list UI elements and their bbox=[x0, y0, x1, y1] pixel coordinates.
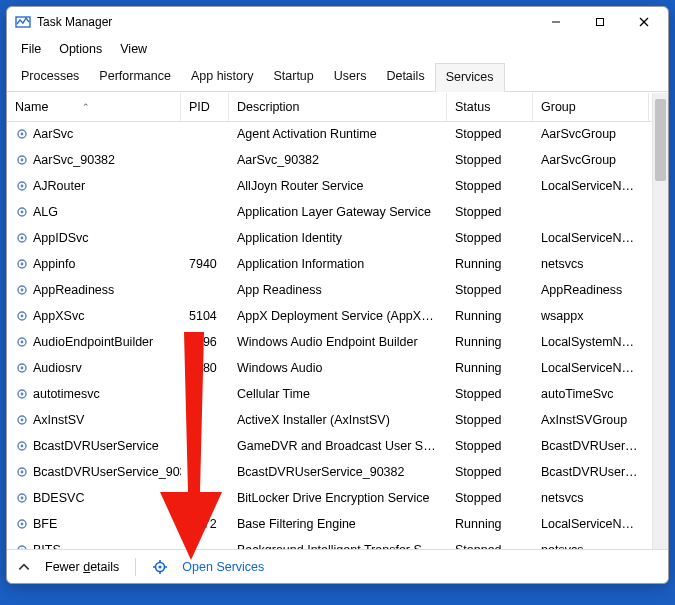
table-row[interactable]: AudioEndpointBuilder2796Windows Audio En… bbox=[7, 330, 652, 356]
table-row[interactable]: BITSBackground Intelligent Transfer Serv… bbox=[7, 538, 652, 549]
table-row[interactable]: autotimesvcCellular TimeStoppedautoTimeS… bbox=[7, 382, 652, 408]
table-row[interactable]: BDESVCBitLocker Drive Encryption Service… bbox=[7, 486, 652, 512]
table-row[interactable]: Audiosrv2580Windows AudioRunningLocalSer… bbox=[7, 356, 652, 382]
service-group: BcastDVRUserS… bbox=[533, 434, 649, 459]
gear-icon bbox=[15, 309, 29, 323]
maximize-button[interactable] bbox=[578, 8, 622, 36]
table-row[interactable]: AarSvc_90382AarSvc_90382StoppedAarSvcGro… bbox=[7, 148, 652, 174]
table-row[interactable]: AppXSvc5104AppX Deployment Service (AppX… bbox=[7, 304, 652, 330]
tab-users[interactable]: Users bbox=[324, 63, 377, 91]
service-group: autoTimeSvc bbox=[533, 382, 649, 407]
table-row[interactable]: BcastDVRUserServiceGameDVR and Broadcast… bbox=[7, 434, 652, 460]
col-header-description[interactable]: Description bbox=[229, 93, 447, 121]
table-row[interactable]: AxInstSVActiveX Installer (AxInstSV)Stop… bbox=[7, 408, 652, 434]
col-header-name[interactable]: Name⌃ bbox=[7, 93, 181, 121]
service-desc: BcastDVRUserService_90382 bbox=[229, 460, 447, 485]
footer-separator bbox=[135, 558, 136, 576]
svg-point-22 bbox=[21, 341, 24, 344]
service-name: BcastDVRUserService_90382 bbox=[33, 465, 181, 479]
gear-icon bbox=[15, 231, 29, 245]
window-title: Task Manager bbox=[37, 15, 112, 29]
service-status: Running bbox=[447, 356, 533, 381]
scrollbar-thumb[interactable] bbox=[655, 99, 666, 181]
service-status: Stopped bbox=[447, 434, 533, 459]
gear-icon bbox=[15, 127, 29, 141]
table-row[interactable]: AppReadinessApp ReadinessStoppedAppReadi… bbox=[7, 278, 652, 304]
vertical-scrollbar[interactable] bbox=[652, 93, 668, 549]
service-desc: Background Intelligent Transfer Service bbox=[229, 538, 447, 549]
tab-processes[interactable]: Processes bbox=[11, 63, 89, 91]
menu-options[interactable]: Options bbox=[51, 39, 110, 59]
table-header: Name⌃ PID Description Status Group bbox=[7, 93, 652, 122]
service-status: Stopped bbox=[447, 382, 533, 407]
svg-point-12 bbox=[21, 211, 24, 214]
service-desc: AppX Deployment Service (AppXSVC) bbox=[229, 304, 447, 329]
col-header-status[interactable]: Status bbox=[447, 93, 533, 121]
gear-icon bbox=[15, 361, 29, 375]
service-pid bbox=[181, 382, 229, 407]
tab-details[interactable]: Details bbox=[376, 63, 434, 91]
service-pid bbox=[181, 226, 229, 251]
service-desc: Windows Audio bbox=[229, 356, 447, 381]
titlebar[interactable]: Task Manager bbox=[7, 7, 668, 37]
fewer-details-link[interactable]: Fewer details bbox=[45, 560, 119, 574]
svg-point-8 bbox=[21, 159, 24, 162]
service-desc: Windows Audio Endpoint Builder bbox=[229, 330, 447, 355]
table-row[interactable]: BFE3972Base Filtering EngineRunningLocal… bbox=[7, 512, 652, 538]
svg-point-34 bbox=[21, 497, 24, 500]
svg-point-24 bbox=[21, 367, 24, 370]
service-status: Stopped bbox=[447, 538, 533, 549]
service-pid bbox=[181, 148, 229, 173]
service-desc: Base Filtering Engine bbox=[229, 512, 447, 537]
service-group bbox=[533, 200, 649, 225]
sort-asc-icon: ⌃ bbox=[82, 102, 90, 112]
table-row[interactable]: ALGApplication Layer Gateway ServiceStop… bbox=[7, 200, 652, 226]
close-button[interactable] bbox=[622, 8, 666, 36]
svg-point-18 bbox=[21, 289, 24, 292]
menubar: File Options View bbox=[7, 37, 668, 63]
service-pid bbox=[181, 408, 229, 433]
gear-icon bbox=[15, 543, 29, 549]
col-header-group[interactable]: Group bbox=[533, 93, 649, 121]
service-name: AxInstSV bbox=[33, 413, 84, 427]
menu-view[interactable]: View bbox=[112, 39, 155, 59]
svg-point-10 bbox=[21, 185, 24, 188]
service-name: AppReadiness bbox=[33, 283, 114, 297]
service-pid bbox=[181, 486, 229, 511]
service-desc: AarSvc_90382 bbox=[229, 148, 447, 173]
minimize-button[interactable] bbox=[534, 8, 578, 36]
service-name: AarSvc bbox=[33, 127, 73, 141]
service-pid: 2580 bbox=[181, 356, 229, 381]
open-services-link[interactable]: Open Services bbox=[182, 560, 264, 574]
service-pid: 7940 bbox=[181, 252, 229, 277]
table-row[interactable]: AarSvcAgent Activation RuntimeStoppedAar… bbox=[7, 122, 652, 148]
service-pid: 3972 bbox=[181, 512, 229, 537]
service-desc: GameDVR and Broadcast User Service bbox=[229, 434, 447, 459]
task-manager-window: Task Manager File Options View Processes… bbox=[6, 6, 669, 584]
service-status: Stopped bbox=[447, 200, 533, 225]
service-name: BITS bbox=[33, 543, 61, 549]
tab-performance[interactable]: Performance bbox=[89, 63, 181, 91]
tab-startup[interactable]: Startup bbox=[263, 63, 323, 91]
gear-icon bbox=[15, 387, 29, 401]
gear-icon bbox=[15, 257, 29, 271]
tab-apphistory[interactable]: App history bbox=[181, 63, 264, 91]
table-row[interactable]: AJRouterAllJoyn Router ServiceStoppedLoc… bbox=[7, 174, 652, 200]
service-pid bbox=[181, 122, 229, 147]
service-name: ALG bbox=[33, 205, 58, 219]
service-pid bbox=[181, 278, 229, 303]
tab-services[interactable]: Services bbox=[435, 63, 505, 92]
service-group: LocalServiceNet… bbox=[533, 174, 649, 199]
menu-file[interactable]: File bbox=[13, 39, 49, 59]
service-status: Stopped bbox=[447, 460, 533, 485]
service-status: Stopped bbox=[447, 174, 533, 199]
table-row[interactable]: Appinfo7940Application InformationRunnin… bbox=[7, 252, 652, 278]
svg-point-36 bbox=[21, 523, 24, 526]
table-row[interactable]: BcastDVRUserService_90382BcastDVRUserSer… bbox=[7, 460, 652, 486]
service-status: Running bbox=[447, 304, 533, 329]
table-row[interactable]: AppIDSvcApplication IdentityStoppedLocal… bbox=[7, 226, 652, 252]
service-name: AudioEndpointBuilder bbox=[33, 335, 153, 349]
col-header-pid[interactable]: PID bbox=[181, 93, 229, 121]
service-group: netsvcs bbox=[533, 252, 649, 277]
gear-icon bbox=[15, 465, 29, 479]
